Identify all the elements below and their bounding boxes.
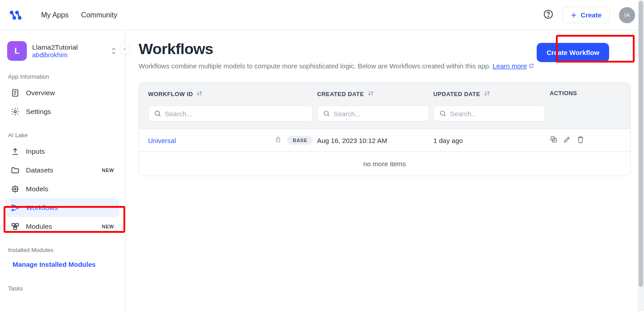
chip-icon (11, 185, 20, 193)
document-icon (11, 88, 20, 97)
app-initial-badge: L (7, 41, 27, 61)
search-icon (323, 109, 330, 118)
svg-point-10 (12, 205, 13, 206)
page-description-text: Workflows combine multiple models to com… (139, 62, 492, 70)
manage-installed-modules-link[interactable]: Manage Installed Modules (5, 257, 119, 272)
top-bar: My Apps Community Create IA (0, 0, 644, 30)
th-workflow-id[interactable]: WORKFLOW ID (148, 90, 313, 98)
svg-rect-14 (16, 223, 19, 226)
svg-rect-19 (276, 139, 280, 142)
sidebar-item-workflows[interactable]: Workflows (5, 198, 119, 217)
search-icon (154, 109, 161, 118)
page-description: Workflows combine multiple models to com… (139, 62, 534, 70)
svg-point-16 (155, 111, 160, 115)
folder-icon (11, 166, 20, 175)
svg-point-7 (14, 111, 17, 113)
svg-point-12 (17, 207, 18, 208)
sidebar: L Llama2Tutorial abdibrokhim App Informa… (0, 30, 125, 311)
create-label: Create (580, 11, 602, 19)
workflow-icon (11, 203, 20, 212)
sort-icon (368, 90, 374, 98)
svg-rect-15 (14, 227, 17, 230)
cell-created-date: Aug 16, 2023 10:12 AM (317, 137, 429, 144)
nav-myapps[interactable]: My Apps (41, 11, 68, 19)
new-badge: NEW (102, 224, 114, 229)
svg-point-9 (14, 188, 16, 189)
svg-point-18 (441, 111, 445, 115)
search-workflow-id[interactable] (148, 105, 313, 122)
sidebar-item-modules[interactable]: Modules NEW (5, 217, 119, 236)
sidebar-item-label: Workflows (26, 204, 58, 212)
sidebar-item-label: Inputs (26, 147, 45, 156)
scrollbar-thumb[interactable] (639, 1, 643, 287)
table-row: Universal BASE Aug 16, 2023 10:12 AM 1 d… (139, 129, 630, 151)
clarifai-logo-icon (9, 8, 23, 22)
external-link-icon (529, 62, 534, 70)
th-actions: ACTIONS (550, 90, 621, 97)
sidebar-item-datasets[interactable]: Datasets NEW (5, 161, 119, 180)
table-filters (139, 105, 630, 129)
workflow-link[interactable]: Universal (148, 137, 176, 144)
svg-point-5 (548, 16, 549, 16)
cell-updated-date: 1 day ago (433, 137, 545, 144)
create-button[interactable]: Create (562, 7, 610, 23)
copy-icon[interactable] (550, 135, 558, 145)
sidebar-item-label: Datasets (26, 166, 53, 174)
sidebar-item-models[interactable]: Models (5, 180, 119, 198)
search-updated-date[interactable] (433, 105, 545, 122)
avatar[interactable]: IA (619, 7, 635, 23)
th-updated-date[interactable]: UPDATED DATE (433, 90, 545, 98)
row-actions (550, 135, 621, 145)
sidebar-item-settings[interactable]: Settings (5, 102, 119, 121)
new-badge: NEW (102, 168, 114, 173)
svg-rect-13 (12, 223, 15, 226)
collapse-sidebar-button[interactable] (119, 44, 130, 55)
gear-icon (11, 107, 20, 116)
trash-icon[interactable] (576, 135, 585, 145)
top-nav: My Apps Community (41, 11, 117, 19)
search-input[interactable] (165, 110, 307, 118)
sort-icon (196, 90, 203, 98)
main-content: Workflows Workflows combine multiple mod… (125, 30, 644, 311)
search-created-date[interactable] (317, 105, 429, 122)
plus-icon (571, 12, 577, 18)
sort-icon (484, 90, 490, 98)
sidebar-item-label: Overview (26, 89, 55, 97)
arrow-left-icon (122, 46, 127, 52)
svg-point-17 (324, 111, 328, 115)
lock-icon (275, 136, 282, 145)
sidebar-item-label: Models (26, 185, 48, 193)
workflows-table: WORKFLOW ID CREATED DATE UPDATED DATE AC… (139, 82, 631, 176)
app-selector[interactable]: L Llama2Tutorial abdibrokhim (5, 39, 119, 63)
sidebar-item-overview[interactable]: Overview (5, 84, 119, 102)
app-name: Llama2Tutorial (32, 43, 104, 51)
sidebar-item-label: Modules (26, 223, 52, 231)
chevrons-updown-icon[interactable] (110, 46, 118, 56)
scrollbar[interactable] (638, 0, 644, 311)
upload-icon (11, 147, 20, 156)
search-input[interactable] (334, 110, 423, 118)
base-badge: BASE (287, 136, 313, 145)
page-title: Workflows (139, 40, 534, 58)
search-icon (439, 109, 446, 118)
table-header: WORKFLOW ID CREATED DATE UPDATED DATE AC… (139, 83, 630, 105)
svg-rect-8 (13, 187, 17, 191)
th-created-date[interactable]: CREATED DATE (317, 90, 429, 98)
sidebar-item-label: Settings (26, 108, 51, 116)
modules-icon (11, 222, 20, 231)
sidebar-item-inputs[interactable]: Inputs (5, 142, 119, 161)
search-input[interactable] (450, 110, 539, 118)
section-label-ai-lake: AI Lake (8, 132, 119, 139)
brand-logo[interactable] (9, 8, 23, 22)
help-icon[interactable] (543, 9, 553, 21)
no-more-items: no more items (139, 151, 630, 176)
section-label-app-info: App Information (8, 73, 119, 80)
learn-more-link[interactable]: Learn more (492, 62, 534, 70)
edit-icon[interactable] (563, 135, 571, 145)
nav-community[interactable]: Community (81, 11, 117, 19)
create-workflow-button[interactable]: Create Workflow (537, 43, 609, 62)
svg-point-11 (12, 209, 13, 210)
app-user[interactable]: abdibrokhim (32, 51, 104, 59)
section-label-installed: Installed Modules (8, 247, 119, 253)
section-label-tasks: Tasks (8, 285, 119, 292)
